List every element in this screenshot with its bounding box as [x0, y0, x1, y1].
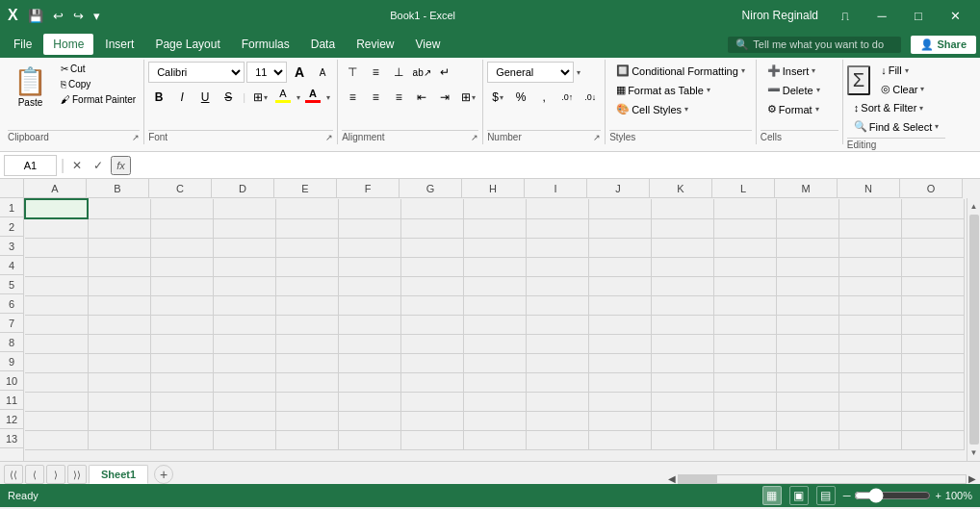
zoom-out-icon[interactable]: ─ — [843, 490, 851, 501]
cell-L1[interactable] — [713, 199, 776, 218]
sheet-nav-prev[interactable]: ⟨ — [25, 465, 44, 484]
cell-M5[interactable] — [776, 276, 838, 295]
cell-G13[interactable] — [400, 430, 463, 449]
percent-button[interactable]: % — [510, 87, 531, 108]
cell-K3[interactable] — [651, 238, 713, 257]
cell-K8[interactable] — [651, 334, 713, 353]
cell-B6[interactable] — [88, 295, 150, 315]
cell-F6[interactable] — [338, 295, 400, 315]
cell-M13[interactable] — [776, 430, 838, 449]
cell-M4[interactable] — [776, 257, 838, 276]
copy-button[interactable]: ⎘ Copy — [57, 77, 140, 91]
cell-A8[interactable] — [25, 334, 88, 353]
cell-K4[interactable] — [651, 257, 713, 276]
cell-J4[interactable] — [588, 257, 651, 276]
cell-L6[interactable] — [713, 295, 776, 315]
cell-N3[interactable] — [838, 238, 901, 257]
cut-button[interactable]: ✂ Cut — [57, 62, 140, 76]
cell-C5[interactable] — [150, 276, 213, 295]
cell-C8[interactable] — [150, 334, 213, 353]
cell-J10[interactable] — [588, 372, 651, 392]
cell-D5[interactable] — [213, 276, 275, 295]
cell-G9[interactable] — [400, 353, 463, 372]
align-right-button[interactable]: ≡ — [388, 87, 409, 108]
cell-J5[interactable] — [588, 276, 651, 295]
cell-M11[interactable] — [776, 392, 838, 411]
cell-H8[interactable] — [463, 334, 526, 353]
font-size-select[interactable]: 11 — [246, 62, 287, 83]
cell-B4[interactable] — [88, 257, 150, 276]
row-header-7[interactable]: 7 — [0, 314, 23, 333]
cell-K9[interactable] — [651, 353, 713, 372]
cell-J2[interactable] — [588, 218, 651, 238]
cell-B10[interactable] — [88, 372, 150, 392]
menu-file[interactable]: File — [4, 34, 41, 55]
maximize-button[interactable]: □ — [901, 0, 936, 31]
conditional-formatting-button[interactable]: 🔲 Conditional Formatting ▾ — [609, 62, 752, 80]
cell-A3[interactable] — [25, 238, 88, 257]
col-header-E[interactable]: E — [274, 179, 337, 198]
cell-F9[interactable] — [338, 353, 400, 372]
increase-decimal-button[interactable]: .0↑ — [556, 87, 578, 108]
cell-B7[interactable] — [88, 315, 150, 334]
cell-I11[interactable] — [526, 392, 588, 411]
cell-N2[interactable] — [838, 218, 901, 238]
cell-L3[interactable] — [713, 238, 776, 257]
menu-review[interactable]: Review — [347, 34, 403, 55]
cell-O8[interactable] — [901, 334, 964, 353]
cell-M12[interactable] — [776, 411, 838, 430]
cell-B13[interactable] — [88, 430, 150, 449]
cell-A2[interactable] — [25, 218, 88, 238]
cell-reference-box[interactable] — [4, 155, 57, 176]
cell-O13[interactable] — [901, 430, 964, 449]
col-header-J[interactable]: J — [587, 179, 650, 198]
number-expand-icon[interactable]: ↗ — [593, 133, 601, 142]
cell-M9[interactable] — [776, 353, 838, 372]
bottom-align-button[interactable]: ⊥ — [388, 62, 409, 83]
cell-N5[interactable] — [838, 276, 901, 295]
cell-G2[interactable] — [400, 218, 463, 238]
col-header-D[interactable]: D — [212, 179, 274, 198]
cell-F8[interactable] — [338, 334, 400, 353]
cell-M10[interactable] — [776, 372, 838, 392]
undo-button[interactable]: ↩ — [49, 7, 67, 25]
cell-A11[interactable] — [25, 392, 88, 411]
row-header-1[interactable]: 1 — [0, 198, 23, 217]
cell-N11[interactable] — [838, 392, 901, 411]
cell-D12[interactable] — [213, 411, 275, 430]
sheet-nav-next[interactable]: ⟩ — [46, 465, 65, 484]
cell-D3[interactable] — [213, 238, 275, 257]
cell-H2[interactable] — [463, 218, 526, 238]
row-header-4[interactable]: 4 — [0, 256, 23, 275]
sort-filter-button[interactable]: ↕ Sort & Filter ▾ — [847, 99, 931, 116]
cell-C1[interactable] — [150, 199, 213, 218]
cell-J12[interactable] — [588, 411, 651, 430]
row-header-10[interactable]: 10 — [0, 371, 23, 391]
cell-D13[interactable] — [213, 430, 275, 449]
currency-button[interactable]: $▾ — [487, 87, 508, 108]
cell-G12[interactable] — [400, 411, 463, 430]
cell-H4[interactable] — [463, 257, 526, 276]
cell-D6[interactable] — [213, 295, 275, 315]
cell-L2[interactable] — [713, 218, 776, 238]
cell-A12[interactable] — [25, 411, 88, 430]
cell-C9[interactable] — [150, 353, 213, 372]
cell-I10[interactable] — [526, 372, 588, 392]
cell-C4[interactable] — [150, 257, 213, 276]
underline-button[interactable]: U — [194, 87, 216, 108]
cell-E8[interactable] — [275, 334, 338, 353]
decrease-decimal-button[interactable]: .0↓ — [580, 87, 601, 108]
cell-L9[interactable] — [713, 353, 776, 372]
cell-styles-button[interactable]: 🎨 Cell Styles ▾ — [609, 100, 695, 118]
cell-L12[interactable] — [713, 411, 776, 430]
cell-D2[interactable] — [213, 218, 275, 238]
cell-J9[interactable] — [588, 353, 651, 372]
cell-G5[interactable] — [400, 276, 463, 295]
cell-B8[interactable] — [88, 334, 150, 353]
ribbon-toggle-button[interactable]: ⎍ — [828, 0, 863, 31]
cell-A13[interactable] — [25, 430, 88, 449]
cell-K1[interactable] — [651, 199, 713, 218]
increase-font-size-button[interactable]: A — [289, 62, 310, 83]
row-header-5[interactable]: 5 — [0, 275, 23, 294]
cell-E4[interactable] — [275, 257, 338, 276]
